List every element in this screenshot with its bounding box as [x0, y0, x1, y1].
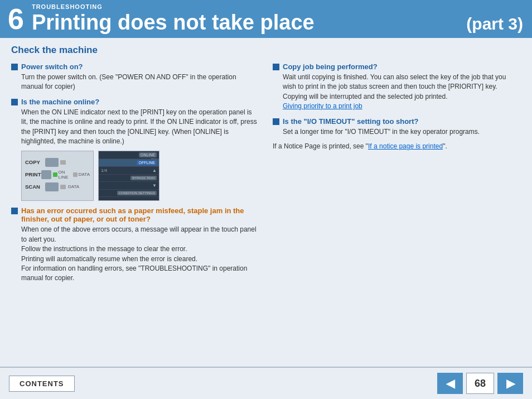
ts-row-condition: CONDITION SETTINGS	[99, 190, 159, 197]
ts-count: 1/4	[101, 168, 152, 173]
item-io-timeout: Is the "I/O TIMEOUT" setting too short? …	[273, 117, 521, 137]
physical-panel-diagram: COPY PRINT ON LINE DATA	[21, 151, 94, 201]
touch-screen-diagram: ONLINE ☞ OFFLINE 1/4 ▲	[98, 151, 159, 201]
item-copy-job: Copy job being performed? Wait until cop…	[273, 63, 521, 112]
page-number: 68	[466, 373, 494, 394]
ts-row-count: 1/4 ▲	[99, 167, 159, 175]
item-power-switch-title: Power switch on?	[21, 63, 83, 71]
item-machine-online: Is the machine online? When the ON LINE …	[11, 98, 259, 201]
section-title: Check the machine	[11, 45, 521, 56]
header-category: TROUBLESHOOTING	[32, 3, 466, 10]
item-power-switch-body: Turn the power switch on. (See "POWER ON…	[11, 73, 259, 92]
scan-indicator	[60, 185, 66, 189]
item-error-body: When one of the above errors occurs, a m…	[11, 225, 259, 283]
ts-row-online: ONLINE ☞	[99, 151, 159, 159]
next-arrow-icon: ▶	[506, 377, 515, 390]
copy-icon-box	[45, 158, 59, 167]
header-part: (part 3)	[466, 0, 532, 38]
bullet-icon	[11, 208, 18, 214]
prev-button[interactable]: ◀	[437, 373, 463, 394]
panel-area: COPY PRINT ON LINE DATA	[21, 151, 259, 201]
ts-row-bypass: BYPASS TRAY	[99, 175, 159, 182]
panel-label-print: PRINT	[25, 171, 41, 177]
touch-screen-inner: ONLINE ☞ OFFLINE 1/4 ▲	[99, 151, 159, 200]
header-title: Printing does not take place	[32, 11, 466, 35]
footer: CONTENTS ◀ 68 ▶	[0, 367, 532, 399]
notice-line: If a Notice Page is printed, see "If a n…	[273, 142, 521, 150]
item-machine-online-body: When the ON LINE indicator next to the […	[11, 108, 259, 147]
item-io-timeout-body: Set a longer time for "I/O TIMEOUT" in t…	[273, 127, 521, 137]
item-machine-online-header: Is the machine online?	[11, 98, 259, 106]
notice-page-link[interactable]: If a notice page is printed	[368, 142, 443, 150]
item-error-title: Has an error occurred such as a paper mi…	[21, 206, 259, 223]
ts-btn-offline: OFFLINE	[137, 160, 157, 165]
ts-row-arrow-down: ▼	[99, 182, 159, 190]
main-content: Check the machine Power switch on? Turn …	[0, 38, 532, 367]
prev-arrow-icon: ◀	[446, 377, 454, 390]
item-machine-online-title: Is the machine online?	[21, 98, 99, 106]
item-power-switch-header: Power switch on?	[11, 63, 259, 71]
ts-btn-condition: CONDITION SETTINGS	[117, 191, 157, 195]
left-column: Power switch on? Turn the power switch o…	[11, 63, 259, 289]
data-indicator	[73, 172, 78, 177]
priority-print-link[interactable]: Giving priority to a print job	[283, 102, 362, 110]
right-column: Copy job being performed? Wait until cop…	[273, 63, 521, 289]
item-copy-job-body: Wait until copying is finished. You can …	[273, 73, 521, 112]
scan-icon-box	[45, 182, 59, 191]
chapter-number-box: 6	[0, 0, 30, 38]
item-error-occurred: Has an error occurred such as a paper mi…	[11, 206, 259, 283]
data-label: DATA	[79, 172, 90, 177]
item-copy-job-title: Copy job being performed?	[283, 63, 378, 71]
scan-data-label: DATA	[68, 184, 79, 189]
copy-indicator	[60, 160, 66, 165]
ts-arrow-down: ▼	[152, 183, 157, 188]
chapter-number: 6	[8, 4, 24, 33]
item-io-timeout-title: Is the "I/O TIMEOUT" setting too short?	[283, 117, 418, 126]
print-icon-box	[41, 170, 51, 179]
bullet-icon	[11, 64, 18, 70]
ts-arrow-up: ▲	[152, 168, 157, 173]
page-header: 6 TROUBLESHOOTING Printing does not take…	[0, 0, 532, 38]
item-power-switch: Power switch on? Turn the power switch o…	[11, 63, 259, 92]
contents-button[interactable]: CONTENTS	[9, 376, 75, 392]
bullet-icon	[273, 118, 279, 125]
item-copy-job-header: Copy job being performed?	[273, 63, 521, 71]
online-indicator	[53, 172, 57, 177]
panel-row-scan: SCAN DATA	[25, 182, 90, 191]
header-text-block: TROUBLESHOOTING Printing does not take p…	[30, 0, 466, 38]
panel-label-copy: COPY	[25, 159, 45, 165]
bullet-icon	[273, 64, 279, 70]
bullet-icon	[11, 99, 18, 105]
online-label: ON LINE	[59, 170, 72, 180]
next-button[interactable]: ▶	[497, 373, 523, 394]
item-io-timeout-header: Is the "I/O TIMEOUT" setting too short?	[273, 117, 521, 126]
panel-row-copy: COPY	[25, 158, 90, 167]
panel-label-scan: SCAN	[25, 184, 45, 190]
ts-btn-bypass: BYPASS TRAY	[130, 176, 157, 180]
item-error-header: Has an error occurred such as a paper mi…	[11, 206, 259, 223]
two-column-layout: Power switch on? Turn the power switch o…	[11, 63, 521, 289]
ts-row-offline: OFFLINE	[99, 159, 159, 167]
panel-row-print: PRINT ON LINE DATA	[25, 170, 90, 180]
